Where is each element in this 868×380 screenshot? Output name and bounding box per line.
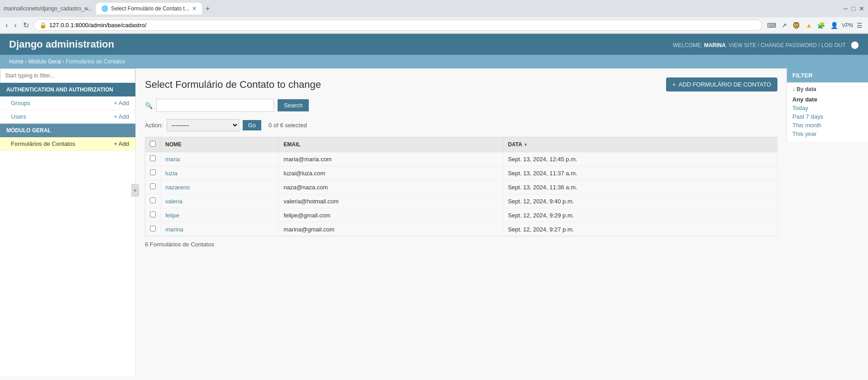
filter-option-link[interactable]: Any date	[792, 95, 863, 104]
groups-add-link[interactable]: + Add	[114, 100, 129, 106]
layout-right: Select Formulário de Contato to change +…	[136, 68, 868, 376]
filter-option-link[interactable]: This month	[792, 121, 863, 130]
content: Select Formulário de Contato to change +…	[136, 68, 786, 376]
sort-arrow-icon: ▼	[523, 142, 528, 147]
nome-link[interactable]: nazareno	[165, 184, 190, 191]
rewards-button[interactable]: ▲	[804, 20, 814, 31]
action-label: Action:	[145, 122, 163, 129]
action-select[interactable]: ---------	[167, 119, 239, 131]
users-add-link[interactable]: + Add	[114, 113, 129, 120]
sidebar-item-groups: Groups + Add	[0, 96, 135, 110]
translate-button[interactable]: ⌨	[765, 20, 778, 31]
nome-link[interactable]: maria	[165, 156, 180, 163]
sidebar-item-formularios: Formulários de Contatos + Add	[0, 137, 135, 151]
breadcrumb-current: Formulários de Contatos	[66, 58, 125, 65]
breadcrumb-sep1: ›	[25, 58, 27, 65]
menu-button[interactable]: ☰	[855, 20, 864, 31]
welcome-text: WELCOME,	[673, 42, 702, 48]
sidebar-filter-input[interactable]	[0, 68, 135, 83]
browser-nav: ‹ › ↻ 🔒 ⌨ ↗ 🦁 ▲ 🧩 👤 VPN ☰	[0, 17, 868, 34]
page-title: Select Formulário de Contato to change	[145, 79, 321, 91]
table-header-row: NOME EMAIL DATA ▼	[145, 137, 777, 152]
row-checkbox-cell	[145, 152, 161, 166]
nome-link[interactable]: marina	[165, 226, 183, 233]
filter-option-link[interactable]: Today	[792, 104, 863, 112]
users-link[interactable]: Users	[11, 113, 26, 120]
brave-button[interactable]: 🦁	[791, 20, 802, 31]
url-input[interactable]	[49, 22, 757, 29]
profile-button[interactable]: 👤	[829, 20, 840, 31]
content-header: Select Formulário de Contato to change +…	[145, 77, 777, 91]
row-email: felipe@gmail.com	[279, 208, 503, 222]
log-out-link[interactable]: LOG OUT	[821, 42, 846, 48]
row-nome: marina	[161, 222, 279, 236]
add-formulario-button[interactable]: + ADD FORMULÁRIO DE CONTATO	[666, 77, 777, 91]
share-button[interactable]: ↗	[780, 20, 789, 31]
formularios-add-link[interactable]: + Add	[114, 140, 129, 147]
nome-link[interactable]: luzia	[165, 170, 177, 177]
search-input[interactable]	[156, 99, 274, 112]
filter-option-link[interactable]: This year	[792, 130, 863, 138]
browser-titlebar: marina6coneto/django_cadastro_w... 🌐 Sel…	[0, 0, 868, 17]
row-checkbox[interactable]	[150, 212, 156, 217]
site-title[interactable]: Django administration	[9, 38, 114, 50]
breadcrumb-modulo[interactable]: Módulo Geral	[29, 58, 61, 65]
row-checkbox[interactable]	[150, 169, 156, 175]
filter-by-data-label: ↓ By data	[792, 86, 863, 92]
header-nav: WELCOME, MARINA. VIEW SITE / CHANGE PASS…	[673, 40, 859, 49]
row-checkbox[interactable]	[150, 183, 156, 189]
search-button[interactable]: Search	[278, 99, 309, 111]
address-bar: 🔒	[34, 19, 763, 31]
nome-link[interactable]: valeria	[165, 198, 182, 205]
change-password-link[interactable]: CHANGE PASSWORD	[761, 42, 817, 48]
row-nome: luzia	[161, 166, 279, 180]
new-tab-button[interactable]: +	[206, 5, 210, 13]
filter-option-link[interactable]: Past 7 days	[792, 112, 863, 121]
row-checkbox[interactable]	[150, 155, 156, 161]
minimize-button[interactable]: ─	[844, 5, 848, 12]
browser-tab[interactable]: 🌐 Select Formulário de Contato t... ✕	[96, 3, 202, 14]
row-checkbox[interactable]	[150, 226, 156, 231]
extensions-button[interactable]: 🧩	[815, 20, 827, 31]
row-data: Sept. 13, 2024, 11:37 a.m.	[503, 166, 777, 180]
theme-toggle-button[interactable]: ⬤	[851, 41, 859, 48]
row-checkbox-cell	[145, 166, 161, 180]
groups-link[interactable]: Groups	[11, 100, 30, 106]
row-nome: nazareno	[161, 180, 279, 194]
row-email: marina@gmail.com	[279, 222, 503, 236]
maximize-button[interactable]: □	[852, 5, 855, 12]
breadcrumb-sep2: ›	[62, 58, 64, 65]
django-header: Django administration WELCOME, MARINA. V…	[0, 34, 868, 55]
row-data: Sept. 12, 2024, 9:29 p.m.	[503, 208, 777, 222]
add-button-label: ADD FORMULÁRIO DE CONTATO	[679, 81, 771, 88]
main-layout: AUTHENTICATION AND AUTHORIZATION Groups …	[0, 68, 868, 376]
select-all-checkbox[interactable]	[150, 141, 156, 147]
nome-link[interactable]: felipe	[165, 212, 179, 219]
formularios-link[interactable]: Formulários de Contatos	[11, 140, 75, 147]
search-icon: 🔍	[145, 102, 153, 109]
checkbox-header	[145, 137, 161, 152]
forward-button[interactable]: ›	[12, 19, 18, 31]
username: MARINA	[704, 42, 726, 48]
row-email: valeria@hotmail.com	[279, 194, 503, 208]
data-header[interactable]: DATA ▼	[503, 137, 777, 152]
row-checkbox[interactable]	[150, 197, 156, 203]
row-checkbox-cell	[145, 222, 161, 236]
selected-count: 0 of 6 selected	[269, 122, 307, 129]
table-row: luzia luzai@luza.com Sept. 13, 2024, 11:…	[145, 166, 777, 180]
row-nome: maria	[161, 152, 279, 166]
row-checkbox-cell	[145, 180, 161, 194]
add-icon: +	[672, 81, 676, 88]
view-site-link[interactable]: VIEW SITE	[729, 42, 756, 48]
action-go-button[interactable]: Go	[243, 120, 261, 130]
filter-options: Any dateTodayPast 7 daysThis monthThis y…	[792, 95, 863, 138]
row-checkbox-cell	[145, 208, 161, 222]
breadcrumb-home[interactable]: Home	[9, 58, 24, 65]
close-window-button[interactable]: ✕	[859, 5, 864, 12]
tab-close-button[interactable]: ✕	[192, 5, 197, 12]
sidebar: AUTHENTICATION AND AUTHORIZATION Groups …	[0, 68, 136, 376]
secure-icon: 🔒	[39, 22, 47, 29]
reload-button[interactable]: ↻	[21, 19, 31, 31]
row-nome: valeria	[161, 194, 279, 208]
back-button[interactable]: ‹	[4, 19, 10, 31]
